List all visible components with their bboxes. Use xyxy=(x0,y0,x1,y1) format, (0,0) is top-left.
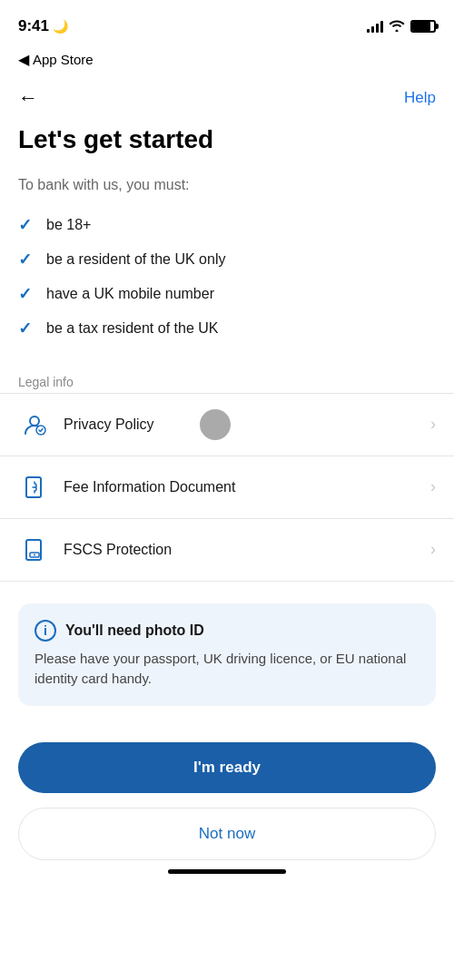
back-button[interactable]: ← xyxy=(18,86,38,110)
privacy-circle-decoration xyxy=(200,409,231,440)
check-icon: ✓ xyxy=(18,318,32,338)
home-bar xyxy=(168,869,286,874)
privacy-policy-label: Privacy Policy xyxy=(64,416,430,433)
moon-icon: 🌙 xyxy=(53,19,68,34)
list-item: ✓ have a UK mobile number xyxy=(18,277,436,311)
fee-information-item[interactable]: Fee Information Document › xyxy=(0,456,454,519)
legal-list: Privacy Policy › Fee Information Documen… xyxy=(0,393,454,582)
photo-id-box: i You'll need photo ID Please have your … xyxy=(18,603,436,706)
svg-point-5 xyxy=(34,554,35,555)
wifi-icon xyxy=(389,19,405,34)
privacy-policy-item[interactable]: Privacy Policy › xyxy=(0,394,454,456)
signal-icon xyxy=(367,20,383,33)
home-indicator xyxy=(0,860,454,879)
app-store-back[interactable]: ◀ App Store xyxy=(18,51,94,68)
photo-id-header: i You'll need photo ID xyxy=(35,620,419,642)
fscs-icon xyxy=(18,534,51,566)
svg-point-0 xyxy=(30,416,39,426)
ready-button[interactable]: I'm ready xyxy=(18,742,436,793)
check-icon: ✓ xyxy=(18,284,32,304)
check-icon: ✓ xyxy=(18,250,32,270)
fee-info-label: Fee Information Document xyxy=(64,479,430,495)
requirements-list: ✓ be 18+ ✓ be a resident of the UK only … xyxy=(18,208,436,346)
status-bar: 9:41 🌙 xyxy=(0,0,454,45)
privacy-policy-icon xyxy=(18,408,51,441)
not-now-button[interactable]: Not now xyxy=(18,808,436,860)
help-button[interactable]: Help xyxy=(404,89,436,107)
content-nav: ← Help xyxy=(0,77,454,124)
check-icon: ✓ xyxy=(18,215,32,235)
requirement-text: have a UK mobile number xyxy=(46,286,214,302)
photo-id-title: You'll need photo ID xyxy=(65,622,204,639)
status-time: 9:41 xyxy=(18,17,49,35)
photo-id-description: Please have your passport, UK driving li… xyxy=(35,649,419,690)
requirement-text: be 18+ xyxy=(46,217,91,233)
list-item: ✓ be 18+ xyxy=(18,208,436,242)
fee-info-icon xyxy=(18,471,51,504)
info-icon: i xyxy=(35,620,56,642)
main-content: Let's get started To bank with us, you m… xyxy=(0,124,454,346)
app-store-label: App Store xyxy=(33,52,94,67)
requirements-intro: To bank with us, you must: xyxy=(18,177,436,193)
page-title: Let's get started xyxy=(18,124,436,155)
status-icons xyxy=(367,19,436,34)
requirement-text: be a resident of the UK only xyxy=(46,251,225,268)
list-item: ✓ be a resident of the UK only xyxy=(18,242,436,277)
app-store-nav: ◀ App Store xyxy=(0,45,454,77)
list-item: ✓ be a tax resident of the UK xyxy=(18,311,436,346)
fscs-protection-item[interactable]: FSCS Protection › xyxy=(0,519,454,582)
battery-icon xyxy=(410,20,436,33)
app-store-chevron: ◀ xyxy=(18,51,29,68)
fscs-chevron: › xyxy=(430,540,436,559)
fscs-label: FSCS Protection xyxy=(64,542,430,558)
requirement-text: be a tax resident of the UK xyxy=(46,320,218,337)
privacy-policy-chevron: › xyxy=(430,415,436,434)
bottom-section: I'm ready Not now xyxy=(0,728,454,860)
legal-section-label: Legal info xyxy=(0,375,454,389)
fee-info-chevron: › xyxy=(430,477,436,496)
